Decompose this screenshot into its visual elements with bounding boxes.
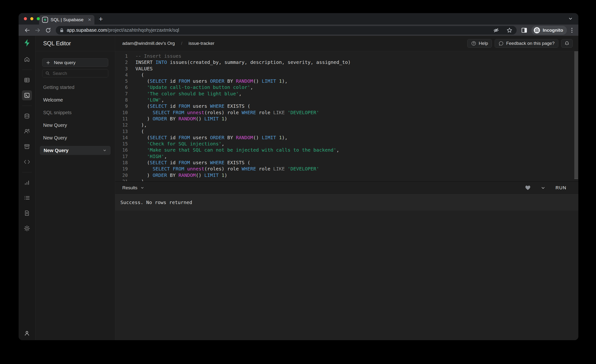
sidebar-item-account[interactable] [22, 328, 32, 338]
code-line[interactable]: 11 ) ORDER BY RANDOM() LIMIT 1) [115, 116, 574, 122]
code-line[interactable]: 8 'LOW', [115, 97, 574, 103]
breadcrumb-item[interactable]: issue-tracker [189, 41, 215, 46]
logs-icon [24, 195, 30, 201]
code-line[interactable]: 7 'The color should be light blue', [115, 91, 574, 97]
line-number: 3 [115, 66, 128, 72]
line-number: 1 [115, 53, 128, 59]
sidebar-item-new-query[interactable]: New Query [42, 135, 108, 141]
code-line[interactable]: 18 (SELECT id FROM users WHERE EXISTS ( [115, 159, 574, 166]
rail-divider [22, 70, 32, 70]
query-result-message: Success. No rows returned [115, 194, 578, 210]
run-button[interactable]: RUN [555, 185, 566, 190]
rail-divider [22, 106, 32, 106]
tab-title: SQL | Supabase [51, 17, 85, 22]
bookmark-star-icon[interactable] [506, 27, 513, 33]
tab-search-chevron-icon[interactable] [568, 16, 573, 21]
close-tab-icon[interactable]: × [88, 17, 91, 22]
sidebar-item-new-query[interactable]: New Query [42, 123, 108, 128]
auth-users-icon [24, 128, 30, 135]
url-text: app.supabase.com/project/azahtnhqohyjerz… [67, 27, 179, 33]
back-icon[interactable] [24, 27, 30, 33]
sidebar-item-functions[interactable] [22, 157, 32, 167]
new-query-button[interactable]: New query [42, 58, 108, 67]
code-line[interactable]: 6 'Update call-to-action button color', [115, 84, 574, 90]
line-number: 6 [115, 84, 128, 90]
search-input[interactable]: Search [42, 69, 108, 77]
code-line[interactable]: 19 SELECT FROM unnest(roles) role WHERE … [115, 166, 574, 172]
line-number: 12 [115, 122, 128, 128]
code-line[interactable]: 5 (SELECT id FROM users ORDER BY RANDOM(… [115, 78, 574, 84]
account-icon [24, 330, 30, 336]
table-editor-icon [24, 77, 30, 83]
database-icon [24, 113, 30, 119]
forward-icon[interactable] [35, 27, 41, 33]
search-placeholder: Search [53, 71, 67, 76]
tab-sql-supabase[interactable]: SQL | Supabase × [39, 15, 94, 25]
line-number: 4 [115, 72, 128, 78]
code-line[interactable]: 9 (SELECT id FROM users WHERE EXISTS ( [115, 103, 574, 109]
line-number: 7 [115, 91, 128, 97]
code-line[interactable]: 15 'Check for SQL injections', [115, 141, 574, 147]
sidebar-item-storage[interactable] [22, 141, 32, 152]
home-icon [24, 56, 30, 62]
new-tab-button[interactable]: + [99, 15, 103, 23]
feedback-button[interactable]: Feedback on this page? [495, 39, 558, 48]
breadcrumb[interactable]: adam@windmill.dev's Org/issue-tracker [122, 41, 214, 46]
sidebar-item-auth[interactable] [22, 126, 32, 136]
editor-scrollbar[interactable] [574, 51, 578, 179]
help-button[interactable]: Help [467, 39, 492, 48]
run-options-chevron-icon[interactable] [541, 186, 545, 190]
window-controls[interactable] [24, 17, 40, 20]
functions-code-icon [24, 159, 30, 165]
code-line[interactable]: 10 SELECT FROM unnest(roles) role WHERE … [115, 109, 574, 116]
browser-window: SQL | Supabase × + app.supabase.com/proj… [19, 13, 578, 340]
nav-rail [19, 36, 36, 340]
code-line[interactable]: 14 (SELECT id FROM users ORDER BY RANDOM… [115, 134, 574, 141]
code-line[interactable]: 13 ( [115, 128, 574, 134]
code-line[interactable]: 4 ( [115, 72, 574, 78]
code-line[interactable]: 1-- Insert issues [115, 53, 574, 59]
sidebar-item-table-editor[interactable] [22, 75, 32, 85]
tab-strip: SQL | Supabase × + [19, 13, 578, 25]
sidebar-item-settings[interactable] [22, 223, 32, 233]
code-line[interactable]: 16 'Make sure that SQL can not be inject… [115, 147, 574, 153]
sidebar-item-sql-editor[interactable] [22, 90, 32, 100]
chevron-down-icon [103, 148, 107, 153]
notifications-button[interactable] [561, 39, 573, 48]
sidebar-item-home[interactable] [22, 54, 32, 64]
results-dropdown[interactable]: Results [122, 185, 144, 190]
code-line[interactable]: 21 ), [115, 178, 574, 181]
favorite-heart-icon[interactable] [525, 185, 531, 190]
minimize-window-button[interactable] [30, 17, 33, 20]
reload-icon[interactable] [45, 27, 51, 33]
eye-off-icon[interactable] [493, 27, 499, 33]
sql-code-editor[interactable]: 1-- Insert issues2INSERT INTO issues(cre… [115, 51, 578, 181]
line-number: 5 [115, 78, 128, 84]
browser-menu-kebab-icon[interactable] [571, 27, 573, 33]
line-number: 16 [115, 147, 128, 153]
line-number: 13 [115, 128, 128, 134]
sidebar-item-logs[interactable] [22, 193, 32, 203]
url-bar[interactable]: app.supabase.com/project/azahtnhqohyjerz… [56, 26, 517, 35]
line-number: 18 [115, 159, 128, 166]
sidebar-item-welcome[interactable]: Welcome [42, 97, 108, 103]
close-window-button[interactable] [24, 17, 27, 20]
zoom-window-button[interactable] [37, 17, 40, 20]
side-panel-icon[interactable] [521, 27, 527, 33]
code-line[interactable]: 3VALUES [115, 66, 574, 72]
code-line[interactable]: 17 'HIGH', [115, 153, 574, 159]
incognito-badge: Incognito [531, 26, 567, 35]
code-line[interactable]: 12 ), [115, 122, 574, 128]
line-number: 10 [115, 109, 128, 116]
sidebar-item-reports[interactable] [22, 178, 32, 188]
sidebar-item-new-query[interactable]: New Query [40, 146, 111, 155]
panel-title: SQL Editor [36, 36, 115, 51]
docs-icon [24, 210, 30, 216]
breadcrumb-separator: / [181, 41, 182, 46]
code-line[interactable]: 20 ) ORDER BY RANDOM() LIMIT 1) [115, 172, 574, 178]
sidebar-item-database[interactable] [22, 111, 32, 121]
supabase-logo[interactable] [23, 39, 31, 47]
breadcrumb-item[interactable]: adam@windmill.dev's Org [122, 41, 175, 46]
code-line[interactable]: 2INSERT INTO issues(created_by, summary,… [115, 59, 574, 65]
sidebar-item-docs[interactable] [22, 208, 32, 218]
